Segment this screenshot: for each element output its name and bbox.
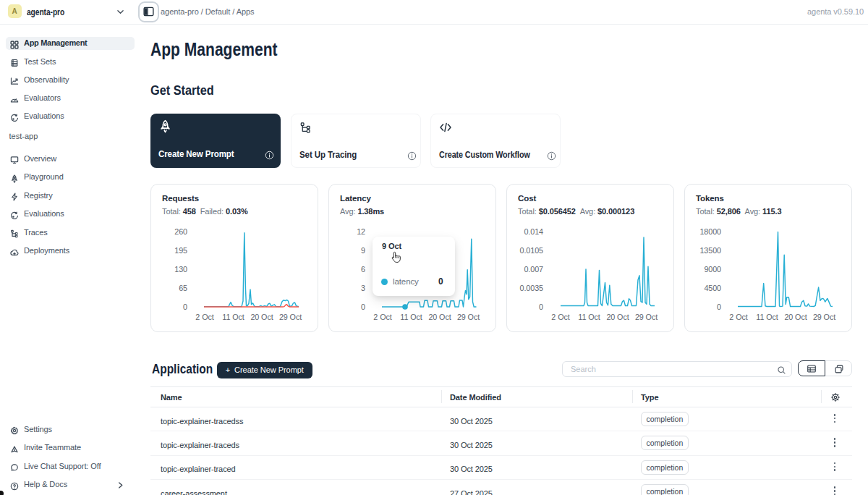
svg-text:9000: 9000 bbox=[704, 265, 721, 274]
svg-text:0: 0 bbox=[717, 302, 721, 311]
svg-text:12: 12 bbox=[357, 227, 365, 236]
svg-text:6: 6 bbox=[361, 265, 365, 274]
svg-text:20 Oct: 20 Oct bbox=[606, 313, 629, 321]
svg-text:0.014: 0.014 bbox=[524, 227, 543, 236]
svg-text:260: 260 bbox=[174, 227, 187, 236]
svg-text:11 Oct: 11 Oct bbox=[222, 313, 244, 321]
svg-text:0.0105: 0.0105 bbox=[520, 246, 544, 255]
svg-text:20 Oct: 20 Oct bbox=[784, 313, 807, 321]
svg-text:29 Oct: 29 Oct bbox=[635, 313, 658, 321]
svg-text:29 Oct: 29 Oct bbox=[457, 313, 480, 321]
svg-text:20 Oct: 20 Oct bbox=[250, 313, 273, 321]
svg-text:0: 0 bbox=[539, 302, 543, 311]
svg-text:29 Oct: 29 Oct bbox=[813, 313, 835, 321]
svg-text:65: 65 bbox=[179, 284, 187, 292]
svg-text:195: 195 bbox=[174, 246, 187, 255]
svg-text:13500: 13500 bbox=[699, 246, 721, 255]
svg-text:0.007: 0.007 bbox=[524, 265, 543, 274]
svg-text:2 Oct: 2 Oct bbox=[195, 313, 213, 321]
svg-text:11 Oct: 11 Oct bbox=[400, 313, 422, 321]
svg-text:20 Oct: 20 Oct bbox=[428, 313, 451, 321]
svg-text:2 Oct: 2 Oct bbox=[373, 313, 391, 321]
svg-text:18000: 18000 bbox=[699, 227, 721, 236]
svg-text:0.0035: 0.0035 bbox=[520, 284, 544, 292]
svg-text:2 Oct: 2 Oct bbox=[551, 313, 569, 321]
svg-text:29 Oct: 29 Oct bbox=[279, 313, 302, 321]
svg-text:0: 0 bbox=[361, 302, 365, 311]
svg-text:11 Oct: 11 Oct bbox=[578, 313, 600, 321]
svg-text:3: 3 bbox=[361, 284, 365, 292]
svg-text:11 Oct: 11 Oct bbox=[756, 313, 778, 321]
svg-text:0: 0 bbox=[183, 302, 187, 311]
svg-text:130: 130 bbox=[174, 265, 187, 274]
svg-text:2 Oct: 2 Oct bbox=[729, 313, 747, 321]
svg-text:9: 9 bbox=[361, 246, 365, 255]
svg-text:4500: 4500 bbox=[704, 284, 721, 292]
